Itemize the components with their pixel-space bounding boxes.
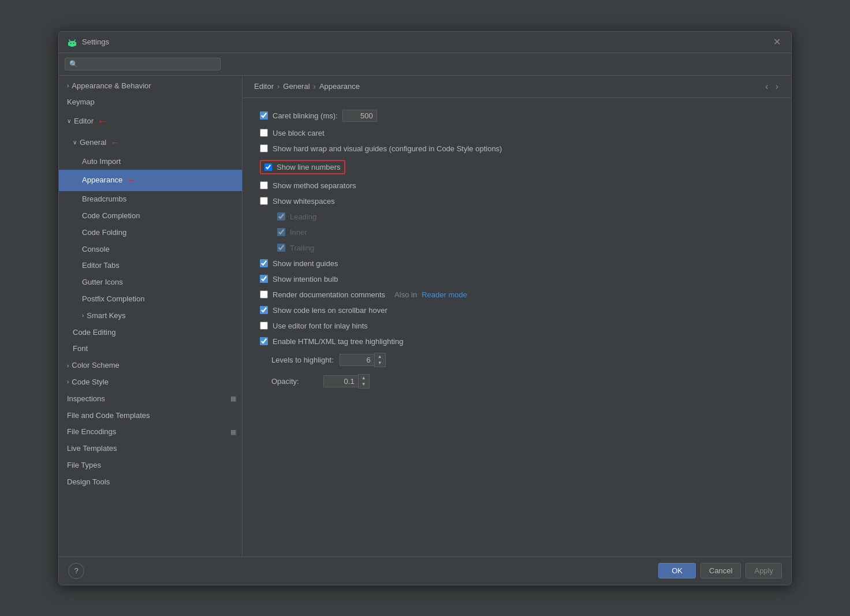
chevron-right-icon: › <box>67 81 69 91</box>
trailing-checkbox[interactable] <box>277 244 285 252</box>
show-code-lens-checkbox[interactable] <box>260 306 268 314</box>
setting-show-hard-wrap: Show hard wrap and visual guides (config… <box>260 144 774 153</box>
opacity-spinner-btns: ▲ ▼ <box>358 374 370 389</box>
levels-highlight-input[interactable] <box>340 354 374 366</box>
settings-content: Caret blinking (ms): Use block caret <box>243 98 791 557</box>
setting-inner: Inner <box>260 228 774 237</box>
breadcrumb-editor: Editor <box>254 82 274 91</box>
enable-html-xml-checkbox[interactable] <box>260 337 268 345</box>
cancel-button[interactable]: Cancel <box>700 563 741 578</box>
sidebar-label: Appearance & Behavior <box>72 80 151 92</box>
use-editor-font-label: Use editor font for inlay hints <box>273 322 368 330</box>
enable-html-xml-wrap: Enable HTML/XML tag tree highlighting <box>260 337 403 346</box>
sidebar-item-gutter-icons[interactable]: Gutter Icons <box>59 274 242 291</box>
show-method-separators-label: Show method separators <box>273 181 356 190</box>
annotation-arrow-general: ← <box>110 135 120 151</box>
show-intention-bulb-checkbox[interactable] <box>260 275 268 283</box>
setting-opacity: Opacity: ▲ ▼ <box>271 374 774 389</box>
levels-highlight-increment[interactable]: ▲ <box>375 353 385 360</box>
show-line-numbers-checkbox[interactable] <box>264 163 272 171</box>
sidebar-label: Postfix Completion <box>82 293 144 305</box>
use-block-caret-wrap: Use block caret <box>260 129 325 137</box>
close-button[interactable]: ✕ <box>771 36 783 48</box>
setting-show-method-separators: Show method separators <box>260 181 774 190</box>
help-button[interactable]: ? <box>68 563 84 579</box>
chevron-right-icon: › <box>67 378 69 387</box>
sidebar-item-smart-keys[interactable]: › Smart Keys <box>59 308 242 324</box>
leading-checkbox[interactable] <box>277 212 285 221</box>
opacity-decrement[interactable]: ▼ <box>359 381 369 388</box>
sidebar-item-general[interactable]: ∨ General ← <box>59 132 242 154</box>
opacity-increment[interactable]: ▲ <box>359 375 369 382</box>
search-input[interactable] <box>80 60 216 68</box>
show-line-numbers-label: Show line numbers <box>277 163 341 171</box>
sidebar-label: Smart Keys <box>87 310 125 322</box>
render-doc-comments-label: Render documentation comments <box>273 290 385 299</box>
sidebar-item-appearance[interactable]: Appearance ← <box>59 170 242 191</box>
nav-forward-button[interactable]: › <box>774 81 780 92</box>
inner-checkbox[interactable] <box>277 228 285 236</box>
nav-back-button[interactable]: ‹ <box>764 81 769 92</box>
sidebar-item-code-editing[interactable]: Code Editing <box>59 324 242 341</box>
show-method-separators-checkbox[interactable] <box>260 181 268 189</box>
show-indent-guides-checkbox[interactable] <box>260 259 268 267</box>
sidebar-label: Code Folding <box>82 227 126 239</box>
opacity-spinner: ▲ ▼ <box>323 374 370 389</box>
sidebar-label: Font <box>73 343 88 355</box>
apply-button[interactable]: Apply <box>745 563 782 578</box>
window-title: Settings <box>82 38 771 46</box>
show-whitespaces-checkbox[interactable] <box>260 197 268 205</box>
show-hard-wrap-wrap: Show hard wrap and visual guides (config… <box>260 144 502 153</box>
sidebar-item-inspections[interactable]: Inspections ▦ <box>59 391 242 408</box>
sidebar-item-live-templates[interactable]: Live Templates <box>59 440 242 457</box>
setting-use-editor-font: Use editor font for inlay hints <box>260 322 774 330</box>
render-doc-comments-checkbox[interactable] <box>260 290 268 298</box>
sidebar-item-postfix-completion[interactable]: Postfix Completion <box>59 291 242 308</box>
show-hard-wrap-checkbox[interactable] <box>260 144 268 152</box>
sidebar-item-auto-import[interactable]: Auto Import <box>59 154 242 170</box>
sidebar-item-code-style[interactable]: › Code Style <box>59 374 242 391</box>
use-editor-font-checkbox[interactable] <box>260 322 268 330</box>
sidebar-item-design-tools[interactable]: Design Tools <box>59 474 242 491</box>
sidebar-label: Code Style <box>72 376 109 389</box>
footer-buttons: OK Cancel Apply <box>658 563 782 578</box>
show-method-separators-wrap: Show method separators <box>260 181 356 190</box>
breadcrumb-sep2: › <box>314 82 316 91</box>
sidebar-item-console[interactable]: Console <box>59 241 242 258</box>
setting-trailing: Trailing <box>260 244 774 252</box>
caret-blinking-input[interactable] <box>342 110 377 122</box>
levels-highlight-label: Levels to highlight: <box>271 356 334 364</box>
show-hard-wrap-label: Show hard wrap and visual guides (config… <box>273 144 502 153</box>
enable-html-xml-label: Enable HTML/XML tag tree highlighting <box>273 337 403 346</box>
android-icon <box>67 37 77 47</box>
sidebar-item-keymap[interactable]: Keymap <box>59 94 242 111</box>
sidebar-item-file-encodings[interactable]: File Encodings ▦ <box>59 424 242 440</box>
sidebar-label: General <box>80 137 106 149</box>
sidebar-item-breadcrumbs[interactable]: Breadcrumbs <box>59 191 242 208</box>
caret-blinking-checkbox[interactable] <box>260 111 268 120</box>
sidebar-item-code-completion[interactable]: Code Completion <box>59 208 242 225</box>
opacity-input[interactable] <box>323 375 358 387</box>
sidebar-item-color-scheme[interactable]: › Color Scheme <box>59 357 242 374</box>
reader-mode-link[interactable]: Reader mode <box>422 290 467 299</box>
chevron-down-icon: ∨ <box>73 138 77 147</box>
sidebar-item-file-code-templates[interactable]: File and Code Templates <box>59 408 242 424</box>
sidebar-label: Console <box>82 244 110 256</box>
sidebar-label: Editor Tabs <box>82 260 120 272</box>
sidebar-item-editor-tabs[interactable]: Editor Tabs <box>59 257 242 274</box>
ok-button[interactable]: OK <box>658 563 696 578</box>
sidebar-item-file-types[interactable]: File Types <box>59 457 242 474</box>
sidebar-item-font[interactable]: Font <box>59 341 242 357</box>
sidebar-label: Live Templates <box>67 443 117 455</box>
svg-rect-1 <box>68 42 76 46</box>
titlebar: Settings ✕ <box>59 32 791 53</box>
levels-highlight-decrement[interactable]: ▼ <box>375 360 385 367</box>
sidebar-item-code-folding[interactable]: Code Folding <box>59 225 242 241</box>
svg-point-2 <box>70 43 72 44</box>
also-in-text: Also in <box>394 290 417 299</box>
use-block-caret-checkbox[interactable] <box>260 129 268 137</box>
sidebar-item-editor[interactable]: ∨ Editor ← <box>59 111 242 132</box>
show-line-numbers-highlight: Show line numbers <box>260 160 345 174</box>
sidebar-item-appearance-behavior[interactable]: › Appearance & Behavior <box>59 78 242 95</box>
setting-levels-highlight: Levels to highlight: ▲ ▼ <box>271 353 774 367</box>
